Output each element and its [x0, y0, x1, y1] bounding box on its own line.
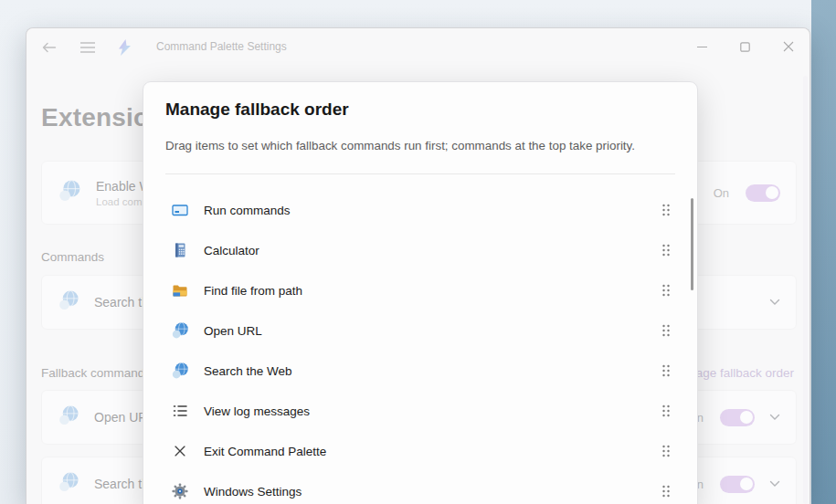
fallback-item-label: Search the Web	[204, 364, 292, 378]
fallback-item-label: Find file from path	[204, 284, 302, 298]
fallback-item-label: Exit Command Palette	[204, 445, 326, 458]
fallback-item-label: View log messages	[204, 404, 310, 418]
fallback-item-label: Windows Settings	[204, 485, 302, 499]
fallback-list-item[interactable]: Exit Command Palette	[143, 431, 697, 471]
drag-handle-icon[interactable]	[659, 239, 673, 261]
drag-handle-icon[interactable]	[659, 199, 673, 221]
folder-icon	[171, 281, 189, 299]
fallback-list-item[interactable]: Run commands	[143, 190, 697, 230]
app-window: Command Palette Settings ExtensionsWeb S…	[26, 27, 810, 504]
calculator-icon	[171, 241, 189, 259]
dialog-title: Manage fallback order	[165, 100, 349, 120]
run-commands-icon	[171, 201, 189, 219]
fallback-list-item[interactable]: Calculator	[143, 230, 697, 270]
manage-fallback-order-dialog: Manage fallback order Drag items to set …	[143, 81, 698, 504]
close-x-icon	[171, 442, 189, 460]
fallback-list-item[interactable]: Search the Web	[143, 351, 697, 391]
fallback-list-item[interactable]: View log messages	[143, 391, 697, 431]
dialog-scrollbar[interactable]	[691, 198, 693, 290]
settings-gear-icon	[171, 482, 189, 500]
drag-handle-icon[interactable]	[659, 279, 673, 301]
fallback-order-list: Run commands Calculator Find file from	[143, 190, 697, 504]
dialog-description: Drag items to set which fallback command…	[165, 139, 635, 152]
fallback-list-item[interactable]: Windows Settings	[143, 471, 697, 504]
drag-handle-icon[interactable]	[659, 360, 673, 382]
fallback-item-label: Run commands	[204, 204, 291, 217]
fallback-list-item[interactable]: Find file from path	[143, 270, 697, 310]
globe-icon	[171, 321, 189, 340]
fallback-item-label: Open URL	[204, 324, 262, 338]
globe-icon	[171, 362, 189, 380]
divider	[165, 173, 675, 174]
desktop-wallpaper	[811, 0, 836, 504]
drag-handle-icon[interactable]	[659, 320, 673, 341]
drag-handle-icon[interactable]	[659, 480, 673, 502]
fallback-item-label: Calculator	[204, 244, 259, 257]
drag-handle-icon[interactable]	[659, 440, 673, 462]
log-list-icon	[171, 402, 189, 420]
drag-handle-icon[interactable]	[659, 400, 673, 422]
fallback-list-item[interactable]: Open URL	[143, 310, 697, 351]
